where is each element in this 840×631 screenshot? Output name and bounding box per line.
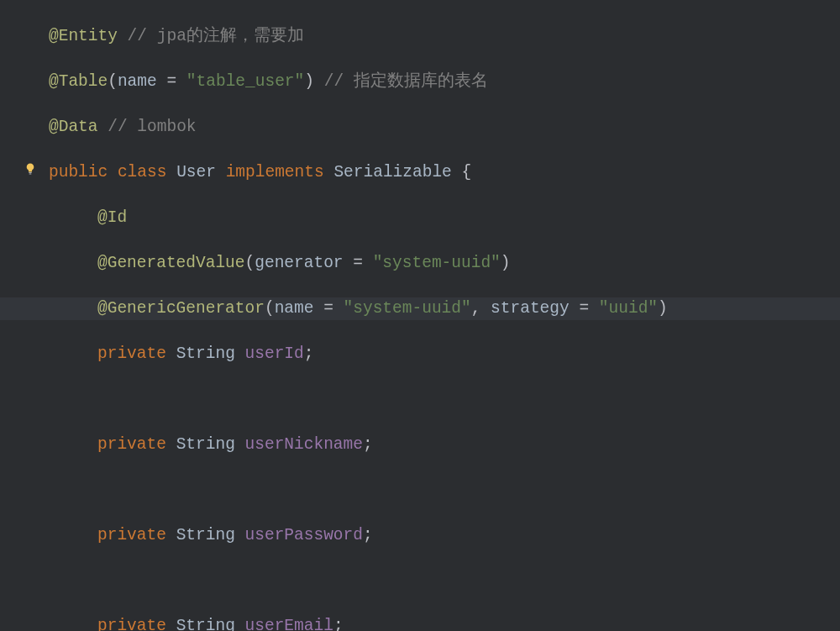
keyword: public: [49, 163, 108, 181]
code-line-empty: [49, 570, 840, 592]
param-name: strategy: [491, 299, 570, 318]
annotation: @GenericGenerator: [97, 299, 265, 318]
annotation: @Table: [49, 72, 108, 91]
interface-name: Serializable: [333, 163, 451, 181]
annotation: @Entity: [49, 27, 118, 45]
comment: // jpa的注解，需要加: [118, 27, 304, 45]
field-name: userNickname: [245, 435, 363, 454]
type-name: String: [176, 526, 235, 544]
type-name: String: [176, 435, 235, 454]
param-name: generator: [255, 254, 343, 272]
code-line: private String userEmail;: [49, 615, 840, 631]
type-name: String: [176, 344, 235, 363]
param-name: name: [118, 72, 157, 91]
keyword: class: [118, 163, 167, 181]
code-line-empty: [49, 479, 840, 502]
svg-rect-0: [29, 172, 32, 173]
string-literal: "uuid": [599, 299, 658, 318]
comment: // 指定数据库的表名: [314, 72, 488, 91]
svg-rect-1: [29, 174, 32, 175]
code-area[interactable]: @Entity // jpa的注解，需要加 @Table(name = "tab…: [49, 0, 840, 631]
code-line: private String userNickname;: [49, 434, 840, 456]
code-line: @GeneratedValue(generator = "system-uuid…: [49, 252, 840, 275]
field-name: userEmail: [245, 617, 333, 631]
code-line-empty: [49, 388, 840, 411]
code-line: @Data // lombok: [49, 116, 840, 139]
string-literal: "table_user": [186, 72, 304, 91]
keyword: implements: [226, 163, 324, 181]
keyword: private: [97, 617, 166, 631]
annotation: @Id: [97, 208, 127, 227]
annotation: @Data: [49, 118, 98, 136]
keyword: private: [97, 344, 166, 363]
code-editor[interactable]: @Entity // jpa的注解，需要加 @Table(name = "tab…: [0, 0, 840, 631]
type-name: String: [176, 617, 235, 631]
field-name: userPassword: [245, 526, 363, 544]
lightbulb-icon[interactable]: [24, 162, 37, 176]
code-line: @Id: [49, 207, 840, 229]
class-name: User: [176, 163, 216, 181]
keyword: private: [97, 526, 166, 544]
code-line: private String userPassword;: [49, 524, 840, 547]
code-line: private String userId;: [49, 343, 840, 365]
string-literal: "system-uuid": [344, 299, 471, 318]
code-line: @Table(name = "table_user") // 指定数据库的表名: [49, 71, 840, 93]
field-name: userId: [245, 344, 304, 363]
code-line-current: @GenericGenerator(name = "system-uuid", …: [0, 297, 840, 320]
code-line: @Entity // jpa的注解，需要加: [49, 25, 840, 48]
comment: // lombok: [98, 118, 197, 136]
param-name: name: [275, 299, 314, 318]
string-literal: "system-uuid": [373, 254, 501, 272]
keyword: private: [97, 435, 166, 454]
code-line: public class User implements Serializabl…: [49, 161, 840, 184]
annotation: @GeneratedValue: [97, 254, 245, 272]
